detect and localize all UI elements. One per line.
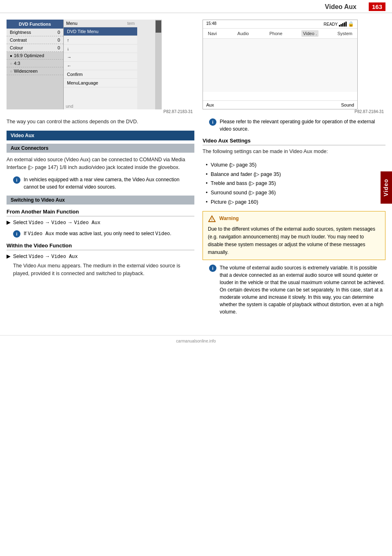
setting-treble: Treble and bass (▷ page 35) <box>206 179 385 188</box>
dvd-menu-right: → <box>64 53 137 62</box>
arrow-icon-2: ▶ <box>7 253 11 260</box>
info-icon-1: i <box>13 176 20 184</box>
select-cmd-2-text: Select Video → Video Aux <box>13 253 78 260</box>
nav-top-bar: 15:48 READY 🔒 <box>203 20 357 29</box>
dvd-menu-down: ↓ <box>64 44 137 53</box>
nav-display-area <box>203 39 357 92</box>
aux-body-text: An external video source (Video Aux) can… <box>7 156 194 171</box>
signal-bars <box>339 22 347 27</box>
setting-picture: Picture (▷ page 160) <box>206 198 385 207</box>
info-text-bottom: The volume of external audio sources is … <box>220 264 385 316</box>
info-text-1: In vehicles equipped with a rear view ca… <box>24 176 194 191</box>
page-footer: carmanualsonline.info <box>0 335 392 347</box>
nav-status: READY <box>324 22 338 27</box>
nav-bottom-sound: Sound <box>341 102 354 107</box>
info-text-2: If Video Aux mode was active last, you o… <box>24 230 172 238</box>
nav-item-navi: Navi <box>206 30 218 37</box>
colour-label: Colour <box>10 45 23 50</box>
dvd-partial-right: tem <box>127 21 135 26</box>
info-text-main: Please refer to the relevant operating g… <box>220 118 385 133</box>
video-aux-body-text: The Video Aux menu appears. The medium i… <box>13 262 194 278</box>
nav-bottom-aux: Aux <box>206 102 214 107</box>
colour-value: 0 <box>58 45 60 50</box>
nav-screenshot: 15:48 READY 🔒 Navi Audio Phone <box>203 20 358 109</box>
warning-header: ! Warning <box>208 215 380 223</box>
row-widescreen-label: Widescreen <box>14 69 38 73</box>
bar1 <box>339 25 340 27</box>
select-command-2: ▶ Select Video → Video Aux <box>7 253 194 260</box>
nav-item-video: Video . <box>301 30 318 37</box>
from-another-header: From Another Main Function <box>7 209 194 216</box>
subsection-switching: Switching to Video Aux <box>7 196 194 205</box>
svg-text:!: ! <box>212 218 213 222</box>
dvd-scrollbar <box>155 20 162 109</box>
nav-bottom-bar: Aux Sound <box>203 100 357 109</box>
nav-item-phone: Phone <box>268 30 284 37</box>
info-box-video-aux-last: i If Video Aux mode was active last, you… <box>13 230 194 238</box>
nav-ready: READY 🔒 <box>324 21 354 27</box>
dvd-row-colour: Colour 0 <box>7 44 63 52</box>
radio-dot-widescreen: ○ <box>10 69 12 73</box>
nav-item-system: System <box>336 30 354 37</box>
contrast-label: Contrast <box>10 38 27 42</box>
setting-balance: Balance and fader (▷ page 35) <box>206 170 385 179</box>
dvd-row-169: ● 16:9 Optimized <box>7 52 63 60</box>
bar2 <box>341 24 342 27</box>
dvd-menu-language: MenuLanguage <box>64 79 137 87</box>
info-box-rear-camera: i In vehicles equipped with a rear view … <box>13 176 194 191</box>
page-header: Video Aux 163 <box>0 0 392 13</box>
select-cmd-1-text: Select Video → Video → Video Aux <box>13 219 100 227</box>
dvd-menu-title: DVD Title Menu <box>64 27 137 36</box>
nav-menu-bar: Navi Audio Phone Video . System <box>203 29 357 39</box>
arrow-icon-1: ▶ <box>7 219 11 227</box>
dvd-screenshot: DVD Functions Brightness 0 Contrast 0 Co… <box>7 20 162 109</box>
warning-box: ! Warning Due to the different volumes o… <box>203 211 385 260</box>
info-icon-2: i <box>13 230 20 238</box>
warning-title: Warning <box>219 215 239 222</box>
bar4 <box>344 22 345 27</box>
settings-intro: The following settings can be made in Vi… <box>203 148 385 156</box>
warning-triangle-icon: ! <box>208 215 216 223</box>
setting-surround: Surround sound (▷ page 36) <box>206 188 385 198</box>
dvd-caption: P82.87-2183-31 <box>7 109 194 114</box>
dvd-row-widescreen: ○ Widescreen <box>7 67 63 75</box>
nav-item-audio: Audio <box>236 30 250 37</box>
intro-text: The way you can control the actions depe… <box>7 118 194 126</box>
bar5 <box>345 22 347 27</box>
settings-header: Video Aux Settings <box>203 138 385 145</box>
settings-list: Volume (▷ page 35) Balance and fader (▷ … <box>203 160 385 207</box>
dvd-header: DVD Functions <box>7 20 63 29</box>
dvd-row-brightness: Brightness 0 <box>7 29 63 36</box>
brightness-label: Brightness <box>10 30 31 35</box>
warning-text: Due to the different volumes of the exte… <box>208 225 380 257</box>
within-video-function-header: Within the Video Function <box>7 242 194 250</box>
left-column: DVD Functions Brightness 0 Contrast 0 Co… <box>7 20 194 320</box>
radio-dot-43: ○ <box>10 61 12 66</box>
page-number: 163 <box>369 2 385 11</box>
nav-time: 15:48 <box>206 21 216 27</box>
dvd-row-contrast: Contrast 0 <box>7 36 63 44</box>
right-column: 15:48 READY 🔒 Navi Audio Phone <box>203 20 385 320</box>
dvd-left-panel: DVD Functions Brightness 0 Contrast 0 Co… <box>7 20 64 109</box>
select-command-1: ▶ Select Video → Video → Video Aux <box>7 219 194 227</box>
row-169-label: 16:9 Optimized <box>14 53 44 58</box>
subsection-aux-connectors: Aux Connectors <box>7 144 194 153</box>
nav-caption: P82.87-2184-31 <box>203 109 385 114</box>
info-icon-main: i <box>209 118 216 126</box>
section-header-video-aux: Video Aux <box>7 131 194 140</box>
info-box-bottom: i The volume of external audio sources i… <box>209 264 385 316</box>
bar3 <box>342 23 343 27</box>
main-content: DVD Functions Brightness 0 Contrast 0 Co… <box>0 13 392 327</box>
contrast-value: 0 <box>58 38 60 42</box>
dvd-menu-left: ← <box>64 62 137 70</box>
dvd-right-panel: Menu tem DVD Title Menu ↑ ↓ → ← Confirm … <box>64 20 137 109</box>
page-title: Video Aux <box>325 3 356 11</box>
row-43-label: 4:3 <box>14 61 20 66</box>
dvd-menu-confirm: Confirm <box>64 70 137 79</box>
setting-volume: Volume (▷ page 35) <box>206 160 385 170</box>
radio-dot-169: ● <box>10 53 12 58</box>
lock-icon: 🔒 <box>348 21 354 27</box>
brightness-value: 0 <box>58 30 60 35</box>
dvd-right-header: Menu <box>66 21 78 26</box>
dvd-scrollbar-thumb <box>156 20 161 33</box>
